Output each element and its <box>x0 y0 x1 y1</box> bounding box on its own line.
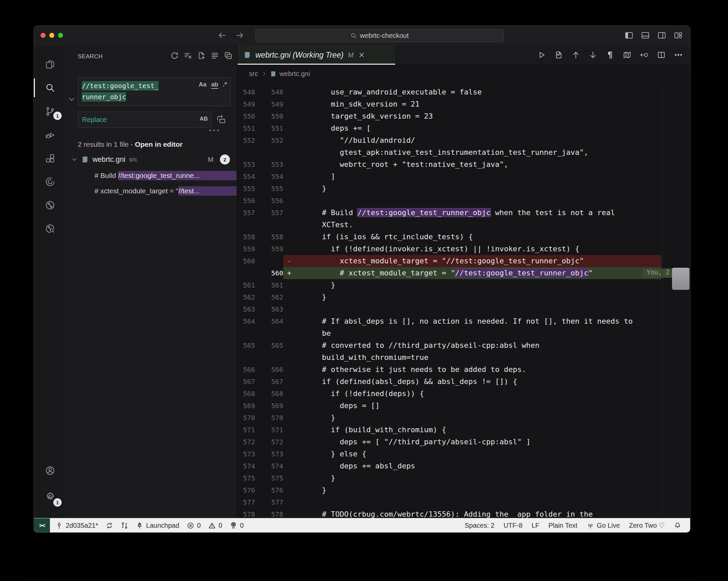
activity-item-search[interactable] <box>34 76 66 100</box>
code-row[interactable]: 556556 <box>237 195 690 207</box>
status-item-0[interactable]: 0 <box>187 522 201 529</box>
status-item-0[interactable]: 0 <box>208 522 222 529</box>
toggle-search-details-button[interactable]: ··· <box>209 126 220 135</box>
zoom-window-button[interactable] <box>58 33 63 38</box>
layout-panel-icon[interactable] <box>641 31 650 40</box>
result-file-row[interactable]: webrtc.gni src M 2 <box>67 152 237 167</box>
back-icon[interactable] <box>217 31 227 40</box>
list-lines-icon[interactable] <box>210 51 219 60</box>
code-row[interactable]: 576576 } <box>237 484 690 496</box>
search-input[interactable]: //test:google_test_runner_objc Aa ab .* <box>78 77 231 106</box>
tab-webrtc-gni-working-tree[interactable]: webrtc.gni (Working Tree) M <box>238 45 395 65</box>
status-item-sync[interactable] <box>106 522 113 529</box>
breadcrumb[interactable]: src webrtc.gni <box>237 65 690 83</box>
code-row[interactable]: 568568 if (!defined(deps)) { <box>237 388 690 400</box>
new-search-editor-icon[interactable] <box>197 51 206 60</box>
forward-icon[interactable] <box>235 31 244 40</box>
code-row[interactable]: 559559 if (!defined(invoker.is_xctest) |… <box>237 243 690 255</box>
code-row[interactable]: 563563 <box>237 303 690 315</box>
pilcrow-icon[interactable]: ¶ <box>606 51 614 59</box>
activity-item-settings-gear[interactable]: 1 <box>34 483 66 510</box>
activity-item-gitlens-inspect[interactable] <box>34 193 66 217</box>
code-row[interactable]: XCTest. <box>237 219 690 231</box>
status-item-lf[interactable]: LF <box>531 522 539 529</box>
layout-grid-icon[interactable] <box>674 31 683 40</box>
more-icon[interactable]: ⋯ <box>674 51 683 59</box>
code-row[interactable]: 557557 # Build //test:google_test_runner… <box>237 207 690 219</box>
status-item-git-compare[interactable] <box>121 522 128 529</box>
code-row[interactable]: 549549 min_sdk_version = 21 <box>237 98 690 110</box>
regex-toggle[interactable]: .* <box>223 81 227 89</box>
code-row[interactable]: 550550 target_sdk_version = 23 <box>237 110 690 122</box>
code-row[interactable]: 564564 # If absl_deps is [], no action i… <box>237 315 690 327</box>
code-row[interactable]: build_with_chromium=true <box>237 351 690 364</box>
code-row[interactable]: 555555 } <box>237 183 690 195</box>
remote-indicator[interactable]: >< <box>34 518 50 532</box>
arrow-up-icon[interactable] <box>571 51 580 59</box>
code-row[interactable]: 573573 } else { <box>237 448 690 460</box>
status-item-2d035a21-[interactable]: 2d035a21* <box>55 522 98 529</box>
code-row[interactable]: 577577 <box>237 496 690 508</box>
code-row[interactable]: 578578 # TODO(crbug.com/webrtc/13556): A… <box>237 508 690 518</box>
breadcrumb-src[interactable]: src <box>249 70 258 78</box>
code-row[interactable]: be <box>237 327 690 339</box>
minimize-window-button[interactable] <box>49 33 54 38</box>
code-row[interactable]: 565565 # converted to //third_party/abse… <box>237 339 690 351</box>
code-row[interactable]: gtest_apk:native_test_instrumentation_te… <box>237 147 690 158</box>
toggle-replace-chevron-icon[interactable] <box>68 95 76 104</box>
close-window-button[interactable] <box>41 33 46 38</box>
code-row[interactable]: 569569 deps = [] <box>237 400 690 412</box>
open-changes-icon[interactable] <box>640 51 649 59</box>
activity-item-account[interactable] <box>34 457 66 483</box>
layout-sidebar-left-icon[interactable] <box>624 31 633 40</box>
close-icon[interactable] <box>358 51 365 59</box>
code-row[interactable]: 552552 "//build/android/ <box>237 134 690 147</box>
code-row[interactable]: 558558 if (is_ios && rtc_include_tests) … <box>237 231 690 243</box>
search-match-row[interactable]: # Build //test:google_test_runne... <box>67 168 237 183</box>
code-row[interactable]: 553553 webrtc_root + "test:native_test_j… <box>237 158 690 170</box>
status-item-go-live[interactable]: Go Live <box>587 522 620 529</box>
activity-item-gitlens[interactable] <box>34 170 66 193</box>
code-row[interactable]: 571571 if (build_with_chromium) { <box>237 424 690 436</box>
status-item-bell[interactable] <box>674 522 681 529</box>
code-row[interactable]: 572572 deps += [ "//third_party/abseil-c… <box>237 436 690 448</box>
clear-results-icon[interactable] <box>184 51 192 60</box>
status-item-plain-text[interactable]: Plain Text <box>548 522 577 529</box>
replace-all-icon[interactable] <box>216 114 226 125</box>
code-row[interactable]: 566566 # otherwise it just needs to be a… <box>237 364 690 376</box>
code-row[interactable]: 560- xctest_module_target = "//test:goog… <box>237 255 690 267</box>
activity-item-gitlens-search[interactable] <box>34 217 66 240</box>
activity-item-debug[interactable] <box>34 123 66 147</box>
code-row[interactable]: 575575 } <box>237 472 690 484</box>
code-row[interactable]: 548548 use_raw_android_executable = fals… <box>237 86 690 98</box>
open-in-editor-link[interactable]: Open in editor <box>135 140 182 148</box>
play-icon[interactable] <box>537 51 546 59</box>
code-row[interactable]: 551551 deps += [ <box>237 122 690 134</box>
status-item-spaces-2[interactable]: Spaces: 2 <box>465 522 494 529</box>
activity-item-source-control[interactable]: 1 <box>34 100 66 123</box>
refresh-icon[interactable] <box>170 51 179 60</box>
status-item-launchpad[interactable]: Launchpad <box>136 522 179 529</box>
activity-item-extensions[interactable] <box>34 147 66 170</box>
code-row[interactable]: 570570 } <box>237 412 690 424</box>
scrollbar-thumb[interactable] <box>672 268 690 290</box>
code-row[interactable]: 567567 if (defined(absl_deps) && absl_de… <box>237 376 690 388</box>
code-row[interactable]: 574574 deps += absl_deps <box>237 460 690 472</box>
status-item-zero-two-[interactable]: Zero Two ♡ <box>629 521 665 529</box>
match-case-toggle[interactable]: Aa <box>199 81 206 89</box>
breadcrumb-file[interactable]: webrtc.gni <box>280 70 310 78</box>
code-row[interactable]: 562562 } <box>237 291 690 303</box>
code-row[interactable]: 554554 ] <box>237 170 690 183</box>
code-row[interactable]: 561561 } <box>237 279 690 291</box>
map-icon[interactable] <box>623 51 631 59</box>
layout-sidebar-right-icon[interactable] <box>657 31 666 40</box>
code-row[interactable]: 560+ # xctest_module_target = "//test:go… <box>237 267 690 279</box>
command-center-search[interactable]: webrtc-checkout <box>255 29 504 42</box>
search-match-row[interactable]: # xctest_module_target = "//test... <box>67 183 237 199</box>
preserve-case-toggle[interactable]: AB <box>200 115 208 122</box>
discard-icon[interactable] <box>554 51 563 59</box>
status-item-utf-8[interactable]: UTF-8 <box>503 522 523 529</box>
arrow-down-icon[interactable] <box>589 51 597 59</box>
activity-item-files[interactable] <box>34 53 66 76</box>
open-in-editor-docs-icon[interactable] <box>224 51 233 60</box>
